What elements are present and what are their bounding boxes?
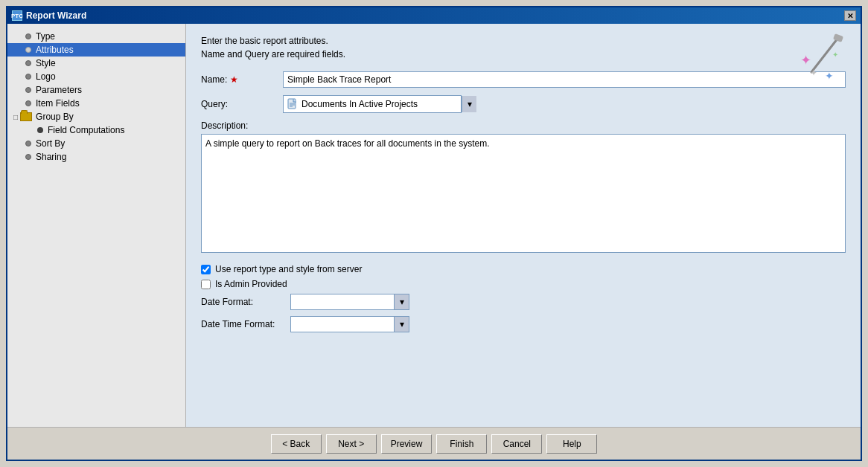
date-format-label: Date Format: (201, 297, 290, 307)
title-bar-left: PTC Report Wizard (12, 10, 86, 21)
required-star: ★ (230, 74, 238, 85)
description-label: Description: (201, 120, 846, 131)
date-format-arrow[interactable]: ▾ (394, 294, 409, 309)
query-dropdown[interactable]: Documents In Active Projects (283, 95, 462, 113)
sidebar-label-sharing: Sharing (36, 152, 66, 162)
ptc-icon: PTC (12, 10, 22, 21)
query-value: Documents In Active Projects (301, 99, 458, 109)
svg-text:✦: ✦ (800, 53, 811, 68)
name-row: Name: ★ (201, 71, 846, 88)
description-textarea[interactable] (201, 134, 846, 253)
preview-button[interactable]: Preview (381, 434, 433, 454)
checkbox-row-1: Use report type and style from server (201, 264, 846, 274)
intro-text-line2: Name and Query are required fields. (201, 49, 846, 59)
sidebar-label-sort-by: Sort By (36, 138, 65, 149)
close-button[interactable]: ✕ (844, 10, 856, 21)
title-bar: PTC Report Wizard ✕ (7, 7, 861, 24)
name-input[interactable] (283, 71, 846, 88)
right-panel: ✦ ✦ ✦ ✦ Enter the basic report attribute… (186, 24, 861, 427)
checkbox-row-2: Is Admin Provided (201, 279, 846, 289)
sidebar-label-parameters: Parameters (36, 85, 82, 95)
tree-bullet-sharing (25, 154, 31, 160)
sidebar-item-sharing[interactable]: Sharing (7, 150, 185, 164)
datetime-format-arrow[interactable]: ▾ (394, 317, 409, 332)
use-report-type-checkbox[interactable] (201, 265, 211, 274)
window-title: Report Wizard (26, 10, 86, 21)
finish-button[interactable]: Finish (436, 434, 487, 454)
sidebar-label-attributes: Attributes (36, 45, 74, 55)
left-panel: Type Attributes Style Logo Parameters It (7, 24, 186, 427)
sidebar-label-logo: Logo (36, 71, 56, 82)
sidebar-item-type[interactable]: Type (7, 30, 185, 43)
svg-text:✦: ✦ (825, 70, 834, 82)
sidebar-item-field-computations[interactable]: Field Computations (7, 123, 185, 137)
tree-bullet-logo (25, 74, 31, 80)
tree-bullet-selected (25, 47, 31, 53)
name-label: Name: ★ (201, 74, 283, 85)
sidebar-item-sort-by[interactable]: Sort By (7, 137, 185, 150)
svg-text:✦: ✦ (810, 68, 817, 78)
tree-bullet-itemfields (25, 100, 31, 106)
form-area: Name: ★ Query: (201, 71, 846, 415)
tree-bullet (25, 33, 31, 39)
expand-icon: □ (13, 113, 18, 121)
main-content: Type Attributes Style Logo Parameters It (7, 24, 861, 427)
datetime-format-label: Date Time Format: (201, 319, 290, 329)
report-wizard-window: PTC Report Wizard ✕ Type Attributes Styl… (6, 6, 862, 461)
query-dropdown-arrow[interactable]: ▾ (462, 96, 476, 112)
query-label: Query: (201, 99, 283, 109)
tree-bullet-sortby (25, 141, 31, 146)
sidebar-item-parameters[interactable]: Parameters (7, 83, 185, 97)
sidebar-item-logo[interactable]: Logo (7, 70, 185, 83)
back-button[interactable]: < Back (271, 434, 322, 454)
datetime-format-row: Date Time Format: ▾ (201, 316, 846, 332)
sidebar-item-group-by[interactable]: □ Group By (7, 110, 185, 123)
svg-text:✦: ✦ (832, 51, 838, 59)
help-button[interactable]: Help (546, 434, 597, 454)
datetime-format-dropdown[interactable]: ▾ (290, 316, 409, 332)
cancel-button[interactable]: Cancel (491, 434, 542, 454)
sidebar-label-type: Type (36, 31, 55, 42)
intro-text-line1: Enter the basic report attributes. (201, 36, 846, 46)
sidebar-item-style[interactable]: Style (7, 57, 185, 70)
date-format-dropdown[interactable]: ▾ (290, 294, 409, 310)
bullet-filled (37, 127, 43, 133)
is-admin-checkbox[interactable] (201, 280, 211, 289)
use-report-type-label: Use report type and style from server (215, 264, 362, 274)
query-doc-icon (287, 98, 299, 110)
wizard-icon: ✦ ✦ ✦ ✦ (797, 31, 849, 83)
sidebar-label-style: Style (36, 58, 56, 68)
tree-bullet-parameters (25, 87, 31, 93)
tree-bullet-style (25, 60, 31, 66)
sidebar-item-attributes[interactable]: Attributes (7, 43, 185, 57)
date-format-row: Date Format: ▾ (201, 294, 846, 310)
sidebar-item-item-fields[interactable]: Item Fields (7, 97, 185, 110)
query-field: Documents In Active Projects ▾ (283, 95, 846, 113)
bottom-bar: < Back Next > Preview Finish Cancel Help (7, 427, 861, 460)
sidebar-label-item-fields: Item Fields (36, 98, 80, 109)
sidebar-label-group-by: Group By (36, 112, 74, 122)
folder-icon (20, 112, 32, 121)
next-button[interactable]: Next > (326, 434, 377, 454)
is-admin-label: Is Admin Provided (215, 279, 287, 289)
sidebar-label-field-computations: Field Computations (48, 125, 124, 135)
query-row: Query: Documents In Active Projects (201, 95, 846, 113)
